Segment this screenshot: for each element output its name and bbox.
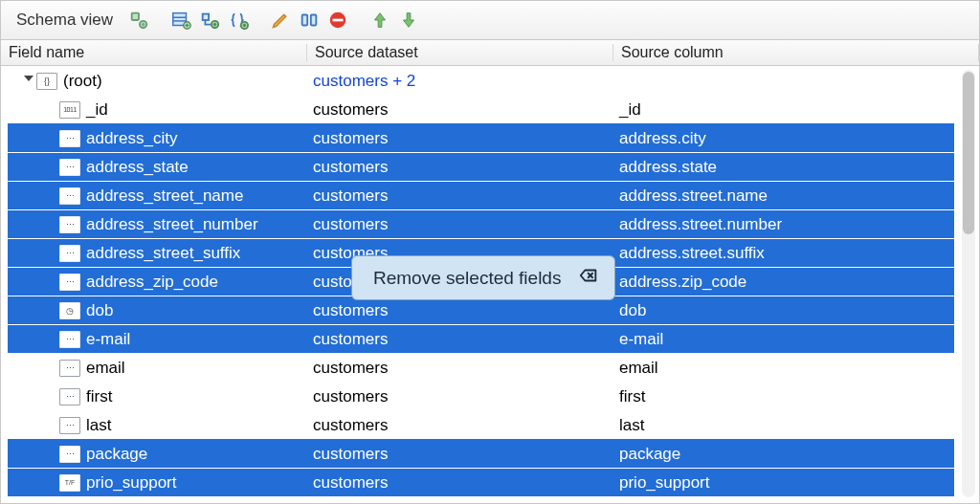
new-table-icon[interactable] <box>168 8 193 33</box>
field-column: dob <box>613 301 954 320</box>
root-source: customers + 2 <box>307 72 613 91</box>
field-row[interactable]: ⋯emailcustomersemail <box>8 353 954 382</box>
field-column: address.street.number <box>613 215 954 234</box>
field-source: customers <box>307 215 613 234</box>
field-name: last <box>86 416 111 435</box>
toolbar: Schema view <box>1 1 979 40</box>
field-source: customers <box>307 301 613 320</box>
rename-structure-icon[interactable] <box>297 8 322 33</box>
add-object-icon[interactable] <box>226 8 251 33</box>
field-row[interactable]: ⋯packagecustomerspackage <box>8 439 954 468</box>
delete-icon[interactable] <box>325 8 350 33</box>
field-row[interactable]: T/Fprio_supportcustomersprio_support <box>8 468 954 496</box>
field-column: address.street.suffix <box>613 244 954 263</box>
field-source: customers <box>307 100 613 120</box>
context-menu-label: Remove selected fields <box>373 268 561 289</box>
str-type-icon: ⋯ <box>59 187 80 205</box>
edit-icon[interactable] <box>268 8 293 33</box>
column-source-column[interactable]: Source column <box>613 44 979 61</box>
field-column: address.city <box>613 129 954 148</box>
schema-tree: {} (root) customers + 2 1011_idcustomers… <box>1 66 979 503</box>
field-name: address_street_name <box>86 186 243 206</box>
root-label: (root) <box>63 72 102 91</box>
svg-rect-0 <box>132 13 139 20</box>
field-name: address_street_suffix <box>86 244 240 263</box>
field-name: email <box>86 359 125 378</box>
field-row[interactable]: ⋯lastcustomerslast <box>8 410 954 439</box>
svg-rect-20 <box>333 19 344 22</box>
add-sibling-field-icon[interactable] <box>126 8 151 33</box>
field-column: prio_support <box>613 473 954 493</box>
field-row[interactable]: ⋯address_statecustomersaddress.state <box>8 152 954 181</box>
object-type-icon: {} <box>36 73 57 90</box>
field-column: e-mail <box>613 330 954 349</box>
field-column: email <box>613 359 954 378</box>
field-name: e-mail <box>86 330 130 349</box>
columns-header: Field name Source dataset Source column <box>1 40 979 66</box>
scrollbar-thumb[interactable] <box>963 72 974 234</box>
field-column: first <box>613 387 954 406</box>
field-column: _id <box>613 100 954 120</box>
field-row[interactable]: ⋯firstcustomersfirst <box>8 382 954 410</box>
field-row[interactable]: ⋯address_citycustomersaddress.city <box>8 123 954 152</box>
field-source: customers <box>307 330 613 349</box>
field-source: customers <box>307 416 613 435</box>
str-type-icon: ⋯ <box>59 159 80 176</box>
field-source: customers <box>307 186 613 206</box>
column-source-dataset[interactable]: Source dataset <box>307 44 613 61</box>
field-column: address.zip_code <box>613 273 954 292</box>
field-source: customers <box>307 387 613 406</box>
str-type-icon: ⋯ <box>59 331 80 348</box>
svg-rect-10 <box>203 14 209 20</box>
field-name: address_zip_code <box>86 273 218 292</box>
vertical-scrollbar[interactable] <box>962 70 975 497</box>
field-name: prio_support <box>86 473 177 493</box>
field-source: customers <box>307 359 613 378</box>
bool-type-icon: T/F <box>59 474 80 492</box>
field-row[interactable]: ⋯e-mailcustomerse-mail <box>8 324 954 353</box>
field-row[interactable]: 1011_idcustomers_id <box>8 95 954 123</box>
svg-rect-18 <box>311 15 317 26</box>
str-type-icon: ⋯ <box>59 216 80 233</box>
field-source: customers <box>307 129 613 148</box>
field-row[interactable]: ⋯address_street_numbercustomersaddress.s… <box>8 209 954 238</box>
field-name: address_street_number <box>86 215 258 234</box>
field-name: address_state <box>86 158 189 177</box>
field-column: package <box>613 445 954 464</box>
field-name: first <box>86 387 112 406</box>
field-name: address_city <box>86 129 177 148</box>
field-column: address.street.name <box>613 186 954 206</box>
1011-type-icon: 1011 <box>59 101 80 119</box>
add-child-field-icon[interactable] <box>197 8 222 33</box>
field-column: address.state <box>613 158 954 177</box>
delete-tag-icon <box>578 265 599 291</box>
str-type-icon: ⋯ <box>59 274 80 291</box>
str-type-icon: ⋯ <box>59 417 80 434</box>
field-source: customers <box>307 445 613 464</box>
schema-view-panel: Schema view <box>0 0 980 504</box>
field-name: _id <box>86 100 108 120</box>
svg-rect-17 <box>302 15 308 26</box>
field-source: customers <box>307 158 613 177</box>
context-menu[interactable]: Remove selected fields <box>351 255 615 300</box>
str-type-icon: ⋯ <box>59 388 80 405</box>
field-column: last <box>613 416 954 435</box>
str-type-icon: ⋯ <box>59 446 80 463</box>
view-title: Schema view <box>7 11 122 30</box>
root-row[interactable]: {} (root) customers + 2 <box>8 66 954 95</box>
field-name: dob <box>86 301 113 320</box>
disclosure-triangle-icon[interactable] <box>21 74 36 89</box>
field-source: customers <box>307 473 613 493</box>
move-up-icon[interactable] <box>368 8 392 33</box>
date-type-icon: ◷ <box>59 302 80 319</box>
field-name: package <box>86 445 147 464</box>
move-down-icon[interactable] <box>396 8 421 33</box>
column-field-name[interactable]: Field name <box>1 44 307 61</box>
field-row[interactable]: ⋯address_street_namecustomersaddress.str… <box>8 181 954 209</box>
str-type-icon: ⋯ <box>59 130 80 147</box>
str-type-icon: ⋯ <box>59 245 80 262</box>
str-type-icon: ⋯ <box>59 360 80 377</box>
